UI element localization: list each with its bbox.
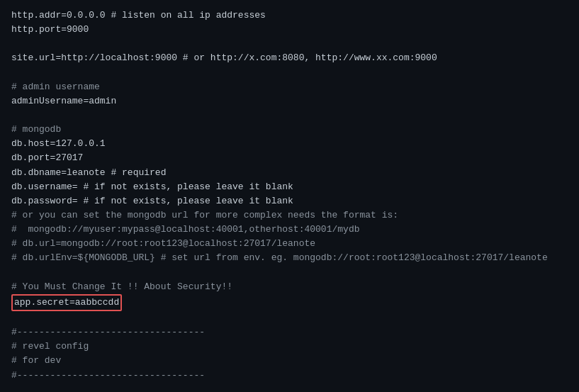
code-line: # db.url=mongodb://root:root123@localhos…	[11, 237, 568, 251]
blank-line	[11, 311, 568, 325]
code-line: # mongodb://myuser:mypass@localhost:4000…	[11, 223, 568, 237]
code-line: app.secret=aabbccdd	[11, 294, 568, 311]
code-editor: http.addr=0.0.0.0 # listen on all ip add…	[0, 0, 579, 392]
code-line: db.username= # if not exists, please lea…	[11, 180, 568, 194]
code-line: http.port=9000	[11, 23, 568, 37]
highlighted-code-line: app.secret=aabbccdd	[11, 294, 122, 311]
code-line: http.addr=0.0.0.0 # listen on all ip add…	[11, 9, 568, 23]
code-line: # You Must Change It !! About Security!!	[11, 280, 568, 294]
code-line: # admin username	[11, 80, 568, 94]
code-line: # for dev	[11, 354, 568, 368]
code-content: http.addr=0.0.0.0 # listen on all ip add…	[11, 9, 568, 383]
code-line: db.port=27017	[11, 151, 568, 165]
code-line: # mongodb	[11, 123, 568, 137]
code-line: adminUsername=admin	[11, 94, 568, 108]
code-line: # db.urlEnv=${MONGODB_URL} # set url fro…	[11, 251, 568, 265]
blank-line	[11, 37, 568, 51]
blank-line	[11, 266, 568, 280]
code-line: #----------------------------------	[11, 369, 568, 383]
code-line: #----------------------------------	[11, 325, 568, 340]
code-line: site.url=http://localhost:9000 # or http…	[11, 51, 568, 65]
code-line: # revel config	[11, 340, 568, 354]
blank-line	[11, 66, 568, 80]
code-line: db.dbname=leanote # required	[11, 166, 568, 180]
code-line: db.password= # if not exists, please lea…	[11, 194, 568, 208]
code-line: # or you can set the mongodb url for mor…	[11, 208, 568, 223]
blank-line	[11, 108, 568, 123]
code-line: db.host=127.0.0.1	[11, 137, 568, 151]
